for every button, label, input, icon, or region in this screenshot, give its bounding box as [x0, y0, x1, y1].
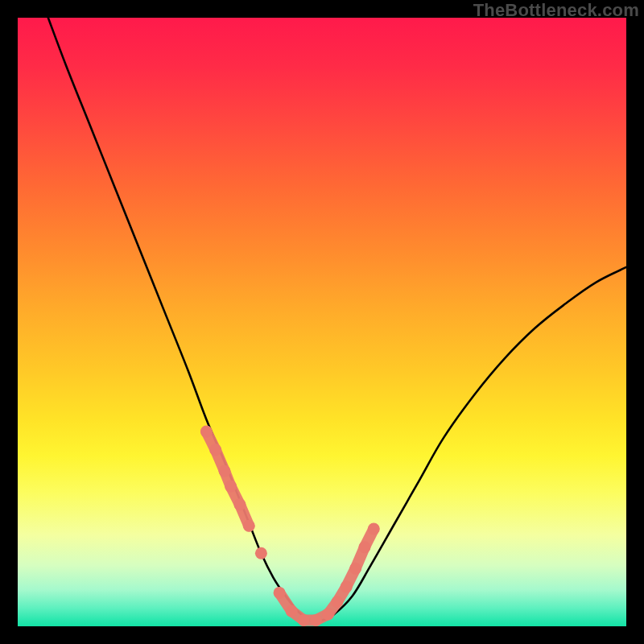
marker-dot: [200, 426, 213, 438]
bottleneck-curve: [48, 18, 626, 621]
marker-dot: [349, 563, 361, 575]
marker-dot: [286, 605, 298, 617]
watermark-text: TheBottleneck.com: [473, 0, 639, 21]
curve-layer: [48, 18, 626, 621]
marker-dot: [358, 541, 370, 553]
marker-dot: [322, 608, 334, 620]
marker-dot: [255, 547, 267, 559]
marker-dot: [225, 481, 237, 493]
marker-dot: [233, 498, 246, 510]
marker-dot: [298, 614, 310, 626]
marker-dot: [331, 596, 343, 608]
marker-dot: [310, 614, 322, 626]
marker-dot: [274, 587, 286, 599]
chart-frame: [18, 18, 626, 626]
marker-dot: [219, 465, 231, 477]
chart-svg: [18, 18, 626, 626]
marker-dot: [243, 520, 255, 532]
marker-dot: [368, 523, 380, 535]
marker-dot: [209, 444, 221, 456]
marker-dot: [341, 580, 353, 592]
